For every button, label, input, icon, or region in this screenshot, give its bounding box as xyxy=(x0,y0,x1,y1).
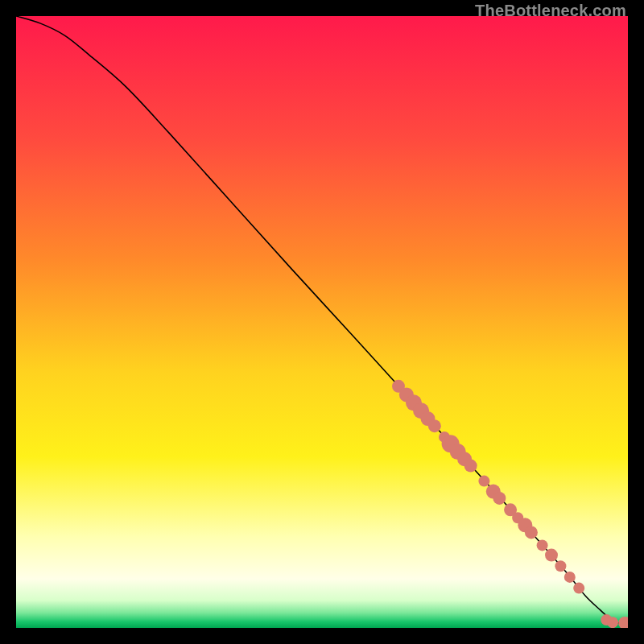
data-point xyxy=(545,549,558,562)
chart-frame xyxy=(16,16,628,628)
data-point xyxy=(573,583,584,594)
chart-svg xyxy=(16,16,628,628)
data-point xyxy=(537,539,548,551)
data-point xyxy=(555,560,566,572)
data-point xyxy=(428,419,441,432)
data-point xyxy=(564,572,576,583)
data-point xyxy=(478,476,489,487)
data-point xyxy=(525,526,538,539)
data-point xyxy=(607,617,618,628)
data-point xyxy=(464,460,477,473)
watermark-text: TheBottleneck.com xyxy=(475,2,626,20)
data-point xyxy=(493,492,506,505)
